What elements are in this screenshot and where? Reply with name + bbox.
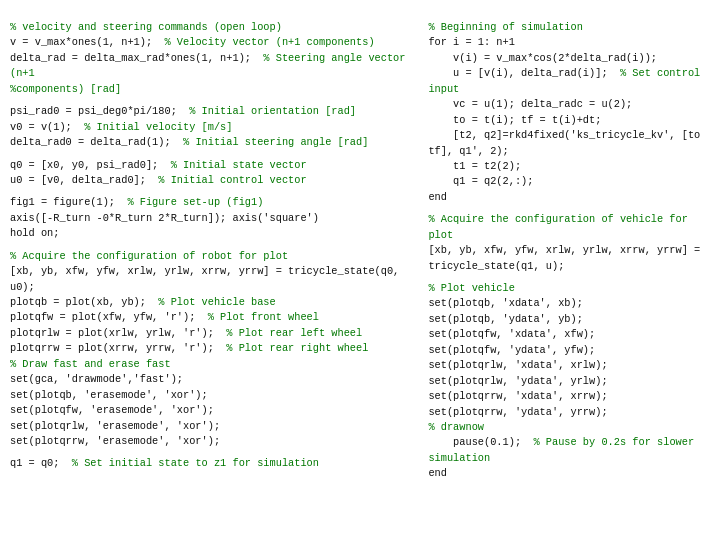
code-line: u = [v(i), delta_rad(i)]; % Set control … (428, 66, 710, 97)
content-area: % velocity and steering commands (open l… (0, 20, 720, 540)
code-line: % velocity and steering commands (open l… (10, 20, 418, 35)
code-line: set(plotqfw, 'xdata', xfw); (428, 327, 710, 342)
code-line: plotqb = plot(xb, yb); % Plot vehicle ba… (10, 295, 418, 310)
code-line: q0 = [x0, y0, psi_rad0]; % Initial state… (10, 158, 418, 173)
code-line: set(plotqb, 'ydata', yb); (428, 312, 710, 327)
code-line: end (428, 466, 710, 481)
code-line: plotqfw = plot(xfw, yfw, 'r'); % Plot fr… (10, 310, 418, 325)
code-line: [t2, q2]=rkd4fixed('ks_tricycle_kv', [to… (428, 128, 710, 159)
code-line: % Draw fast and erase fast (10, 357, 418, 372)
code-line: v0 = v(1); % Initial velocity [m/s] (10, 120, 418, 135)
code-line: pause(0.1); % Pause by 0.2s for slower s… (428, 435, 710, 466)
code-line: set(plotqb, 'xdata', xb); (428, 296, 710, 311)
code-line: delta_rad0 = delta_rad(1); % Initial ste… (10, 135, 418, 150)
code-line: % drawnow (428, 420, 710, 435)
code-line: v = v_max*ones(1, n+1); % Velocity vecto… (10, 35, 418, 50)
code-line: [xb, yb, xfw, yfw, xrlw, yrlw, xrrw, yrr… (428, 243, 710, 274)
code-line: set(plotqrlw, 'xdata', xrlw); (428, 358, 710, 373)
page-container: % velocity and steering commands (open l… (0, 0, 720, 540)
code-line: % Acquire the configuration of robot for… (10, 249, 418, 264)
code-line: [xb, yb, xfw, yfw, xrlw, yrlw, xrrw, yrr… (10, 264, 418, 295)
code-line: set(gca, 'drawmode','fast'); (10, 372, 418, 387)
code-line: plotqrlw = plot(xrlw, yrlw, 'r'); % Plot… (10, 326, 418, 341)
code-line: %components) [rad] (10, 82, 418, 97)
code-line: end (428, 190, 710, 205)
left-column: % velocity and steering commands (open l… (10, 20, 418, 532)
code-line: for i = 1: n+1 (428, 35, 710, 50)
code-line: set(plotqrrw, 'ydata', yrrw); (428, 405, 710, 420)
code-line: set(plotqb, 'erasemode', 'xor'); (10, 388, 418, 403)
code-line: % Plot vehicle (428, 281, 710, 296)
right-column: % Beginning of simulationfor i = 1: n+1 … (428, 20, 710, 532)
code-line: set(plotqrlw, 'erasemode', 'xor'); (10, 419, 418, 434)
code-line: psi_rad0 = psi_deg0*pi/180; % Initial or… (10, 104, 418, 119)
title-area (0, 0, 720, 20)
code-line: hold on; (10, 226, 418, 241)
code-line: fig1 = figure(1); % Figure set-up (fig1) (10, 195, 418, 210)
code-line: set(plotqfw, 'ydata', yfw); (428, 343, 710, 358)
code-line: set(plotqfw, 'erasemode', 'xor'); (10, 403, 418, 418)
code-line: set(plotqrlw, 'ydata', yrlw); (428, 374, 710, 389)
code-line: vc = u(1); delta_radc = u(2); (428, 97, 710, 112)
code-line: set(plotqrrw, 'erasemode', 'xor'); (10, 434, 418, 449)
code-line: q1 = q2(2,:); (428, 174, 710, 189)
code-line: % Beginning of simulation (428, 20, 710, 35)
code-line: delta_rad = delta_max_rad*ones(1, n+1); … (10, 51, 418, 82)
code-line: v(i) = v_max*cos(2*delta_rad(i)); (428, 51, 710, 66)
code-line: axis([-R_turn -0*R_turn 2*R_turn]); axis… (10, 211, 418, 226)
code-line: u0 = [v0, delta_rad0]; % Initial control… (10, 173, 418, 188)
code-line: q1 = q0; % Set initial state to z1 for s… (10, 456, 418, 471)
code-line: % Acquire the configuration of vehicle f… (428, 212, 710, 243)
code-line: t1 = t2(2); (428, 159, 710, 174)
code-line: to = t(i); tf = t(i)+dt; (428, 113, 710, 128)
code-line: set(plotqrrw, 'xdata', xrrw); (428, 389, 710, 404)
code-line: plotqrrw = plot(xrrw, yrrw, 'r'); % Plot… (10, 341, 418, 356)
